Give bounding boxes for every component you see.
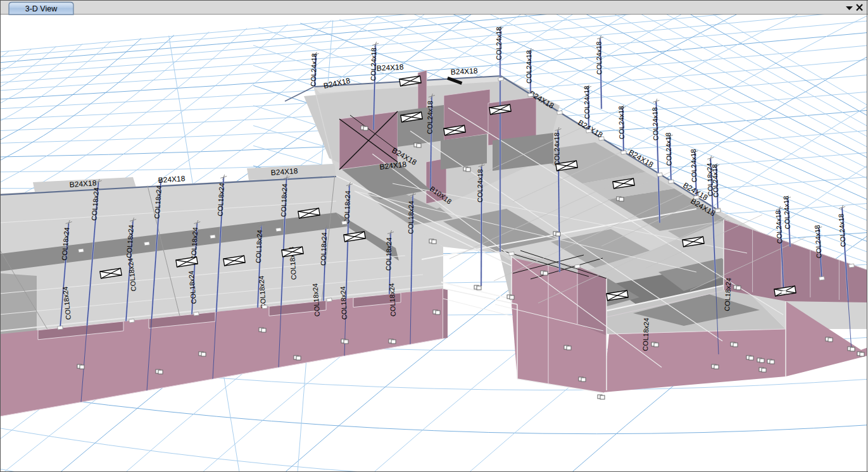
svg-text:3-D View: 3-D View [25,4,58,13]
svg-text:COL18x24: COL18x24 [641,318,650,351]
svg-text:COL18x24: COL18x24 [319,232,328,266]
svg-text:COL24x18: COL24x18 [553,132,561,166]
svg-text:B24X18: B24X18 [69,178,97,189]
svg-text:COL24x18: COL24x18 [595,41,603,75]
svg-text:COL24x18: COL24x18 [426,101,434,134]
svg-text:COL24x18: COL24x18 [664,132,673,166]
svg-text:COL24x18: COL24x18 [617,106,626,139]
svg-text:COL18x24: COL18x24 [343,190,352,224]
svg-text:COL18x24: COL18x24 [279,183,288,217]
svg-text:COL18x24: COL18x24 [255,230,263,263]
svg-text:COL24x18: COL24x18 [711,164,720,197]
svg-text:COL24x18: COL24x18 [651,107,660,140]
svg-text:COL24x18: COL24x18 [495,27,503,60]
svg-text:B24X18: B24X18 [376,63,404,73]
svg-text:COL24x18: COL24x18 [582,85,591,119]
svg-text:COL18x24: COL18x24 [406,201,415,234]
svg-text:COL18x24: COL18x24 [384,237,393,271]
svg-text:COL24x18: COL24x18 [525,50,532,84]
svg-text:B24X18: B24X18 [158,174,186,185]
svg-text:COL24x18: COL24x18 [689,149,698,182]
svg-text:COL24x18: COL24x18 [310,53,318,87]
svg-text:B24X18: B24X18 [450,66,478,77]
svg-text:COL24x18: COL24x18 [476,169,484,202]
svg-text:B24X18: B24X18 [270,166,298,177]
